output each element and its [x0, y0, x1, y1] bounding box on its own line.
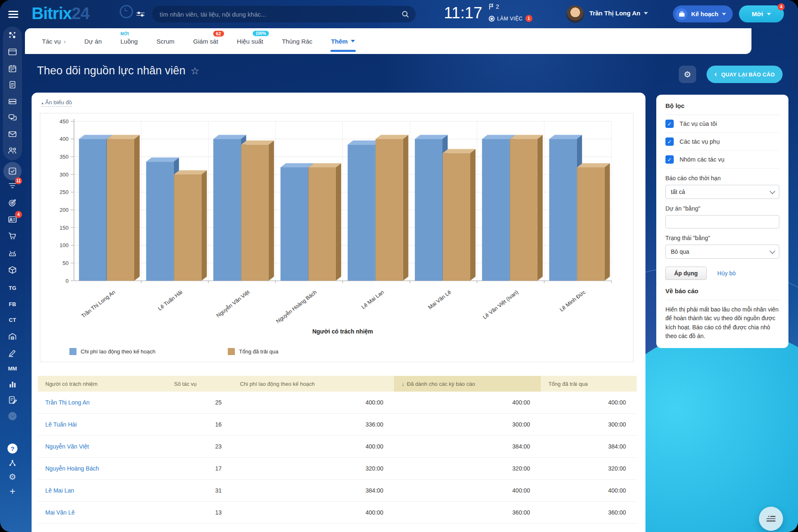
svg-text:Nguyễn Hoàng Bách: Nguyễn Hoàng Bách: [275, 289, 318, 325]
bar-chart-icon[interactable]: [7, 379, 18, 390]
svg-text:Người có trách nhiệm: Người có trách nhiệm: [312, 328, 373, 335]
report-edit-icon[interactable]: [7, 395, 18, 405]
user-menu[interactable]: Trần Thị Long An: [589, 10, 648, 17]
chart-legend: Chi phí lao động theo kế hoạch Tổng đã t…: [69, 348, 278, 355]
chevron-down-icon: [722, 13, 726, 15]
employee-link[interactable]: Nguyễn Hoàng Bách: [38, 458, 167, 480]
checkbox-checked-icon[interactable]: ✓: [665, 137, 674, 146]
quick-list-fab[interactable]: [759, 507, 783, 531]
svg-text:350: 350: [59, 154, 69, 160]
document-icon[interactable]: [7, 79, 18, 90]
tab-5[interactable]: Hiệu suất100%: [237, 38, 263, 45]
sign-pen-icon[interactable]: [7, 348, 18, 358]
sidebar-item-mm[interactable]: MM: [7, 363, 18, 374]
flag-counter[interactable]: 2: [489, 3, 499, 10]
calendar-icon[interactable]: [7, 63, 18, 74]
value-cell: 400:00: [541, 480, 637, 502]
work-status[interactable]: LÀM VIỆC 1: [489, 15, 532, 22]
value-cell: 360:00: [394, 502, 541, 524]
contact-card-icon[interactable]: 4: [7, 214, 18, 225]
mail-icon[interactable]: [7, 129, 18, 140]
checkbox-subtasks[interactable]: ✓ Các tác vụ phụ: [665, 133, 779, 151]
hide-chart-link[interactable]: ▴Ẩn biểu đồ: [42, 99, 72, 107]
employee-link[interactable]: Nguyễn Văn Việt: [38, 436, 167, 458]
apply-button[interactable]: Áp dụng: [665, 267, 707, 280]
plan-button[interactable]: Kế hoạch: [673, 5, 733, 22]
filter-title: Bộ lọc: [665, 102, 779, 109]
crm-target-icon[interactable]: [7, 197, 18, 208]
drive-icon[interactable]: [7, 96, 18, 107]
column-header-3[interactable]: ↓Đã dành cho các kỳ báo cáo: [394, 376, 541, 392]
svg-text:Lê Minh Đức: Lê Minh Đức: [559, 289, 587, 313]
sidebar-item-ct[interactable]: CT: [7, 314, 18, 325]
employee-link[interactable]: Trần Thị Long An: [38, 392, 167, 414]
resource-chart: 050100150200250300350400450Trần Thị Long…: [40, 113, 633, 340]
top-bar: Bitrix24 11:17 2 LÀM VIỆC 1 Trần Thị Lon…: [0, 0, 798, 28]
filter-funnel-icon[interactable]: 11: [7, 180, 18, 191]
tab-2[interactable]: LuồngMỚI: [121, 38, 138, 45]
about-text: Hiển thị phải mất bao lâu cho mỗi nhân v…: [665, 305, 779, 341]
tab-4[interactable]: Giám sát62: [193, 38, 218, 45]
employees-icon[interactable]: [7, 145, 18, 156]
tab-6[interactable]: Thùng Rác: [282, 38, 312, 45]
share-network-icon[interactable]: [7, 458, 18, 468]
sidebar-item-fb[interactable]: FB: [7, 299, 18, 309]
tab-3[interactable]: Scrum: [156, 38, 174, 45]
briefcase-icon: [676, 8, 687, 20]
hamburger-menu-icon[interactable]: [8, 9, 18, 19]
legend-swatch-plan: [69, 348, 76, 355]
report-settings-button[interactable]: ⚙: [679, 66, 696, 83]
checkbox-task-groups[interactable]: ✓ Nhóm các tác vụ: [665, 151, 779, 169]
sidebar-item-tg[interactable]: TG: [7, 282, 18, 293]
tab-1[interactable]: Dự án: [84, 38, 102, 45]
deadline-select[interactable]: tất cả: [665, 185, 779, 199]
column-header-2[interactable]: Chi phí lao động theo kế hoạch: [232, 376, 394, 392]
value-cell: 16: [167, 414, 233, 436]
back-to-reports-button[interactable]: ‹ QUAY LẠI BÁO CÁO: [707, 66, 783, 83]
nav-tabs: Tác vụ›Dự ánLuồngMỚIScrumGiám sát62Hiệu …: [25, 28, 751, 54]
global-search[interactable]: [152, 6, 416, 22]
sites-icon[interactable]: [7, 47, 18, 57]
table-row: Nguyễn Hoàng Bách17320:00320:00320:00: [38, 458, 637, 480]
work-timer[interactable]: 11:17: [444, 4, 482, 22]
search-input[interactable]: [159, 10, 401, 18]
network-icon[interactable]: [7, 30, 18, 41]
about-report-panel: Về báo cáo Hiển thị phải mất bao lâu cho…: [656, 281, 788, 348]
svg-text:Lê Văn Việt (Ivan): Lê Văn Việt (Ivan): [482, 289, 520, 321]
checkbox-my-tasks[interactable]: ✓ Tác vụ của tôi: [665, 115, 779, 133]
chevron-down-icon: [769, 189, 775, 194]
employee-link[interactable]: Lê Tuấn Hải: [38, 414, 167, 436]
checkbox-checked-icon[interactable]: ✓: [665, 155, 674, 164]
search-icon[interactable]: [401, 10, 409, 18]
column-header-4[interactable]: Tổng đã trải qua: [541, 376, 637, 392]
collapse-chevron-icon[interactable]: [7, 411, 18, 422]
box-icon[interactable]: [7, 265, 18, 275]
invite-button[interactable]: Mời 4: [739, 5, 784, 22]
employee-link[interactable]: Lê Mai Lan: [38, 480, 167, 502]
warehouse-icon[interactable]: [7, 331, 18, 342]
employee-link[interactable]: Mai Vân Lê: [38, 502, 167, 524]
employee-link[interactable]: Lê Văn Việt (Ivan): [38, 524, 167, 532]
add-plus-icon[interactable]: +: [7, 486, 18, 497]
sliders-icon[interactable]: [136, 11, 145, 17]
tasks-icon[interactable]: [7, 166, 18, 177]
user-avatar[interactable]: [566, 5, 584, 23]
market-robot-icon[interactable]: [7, 248, 18, 259]
checkbox-checked-icon[interactable]: ✓: [665, 120, 674, 128]
shop-cart-icon[interactable]: [7, 230, 18, 241]
tab-0[interactable]: Tác vụ›: [42, 38, 66, 45]
settings-gear-icon[interactable]: ⚙: [7, 471, 18, 482]
svg-text:200: 200: [59, 207, 69, 213]
favorite-star-icon[interactable]: ☆: [190, 65, 200, 77]
column-header-0[interactable]: Người có trách nhiệm: [38, 376, 167, 392]
project-input[interactable]: [665, 215, 779, 228]
bitrix24-logo: Bitrix24: [32, 4, 89, 23]
help-icon[interactable]: ?: [7, 443, 18, 454]
messenger-icon[interactable]: [7, 112, 18, 123]
status-select[interactable]: Bỏ qua: [665, 245, 779, 259]
column-header-1[interactable]: Số tác vụ: [167, 376, 233, 392]
svg-text:0: 0: [66, 278, 69, 284]
cancel-link[interactable]: Hủy bỏ: [717, 270, 736, 277]
tab-7[interactable]: Thêm: [331, 38, 355, 45]
svg-text:Lê Mai Lan: Lê Mai Lan: [360, 289, 385, 310]
